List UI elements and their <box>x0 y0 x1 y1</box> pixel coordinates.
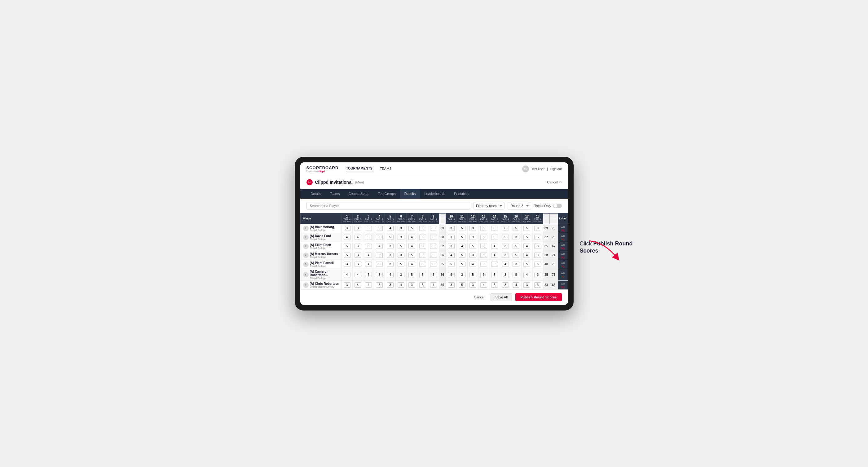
score-hole-8[interactable] <box>417 251 428 260</box>
score-hole-18[interactable] <box>532 251 543 260</box>
score-input[interactable] <box>448 261 455 267</box>
score-hole-14[interactable] <box>489 260 500 269</box>
score-hole-15[interactable] <box>500 260 511 269</box>
score-hole-17[interactable] <box>522 242 532 251</box>
score-input[interactable] <box>491 253 498 258</box>
wd-label[interactable]: WD <box>561 235 565 237</box>
score-input[interactable] <box>376 226 383 231</box>
score-input[interactable] <box>523 272 530 277</box>
score-hole-4[interactable] <box>374 260 385 269</box>
score-input[interactable] <box>408 253 415 258</box>
score-hole-16[interactable] <box>511 280 522 289</box>
score-input[interactable] <box>430 272 437 277</box>
score-input[interactable] <box>534 261 541 267</box>
score-input[interactable] <box>419 244 426 249</box>
dq-label[interactable]: DQ <box>561 265 565 268</box>
score-input[interactable] <box>480 272 487 277</box>
score-input[interactable] <box>480 253 487 258</box>
dq-label[interactable]: DQ <box>561 275 565 278</box>
score-input[interactable] <box>534 235 541 240</box>
score-hole-6[interactable] <box>396 224 407 233</box>
score-input[interactable] <box>430 282 437 287</box>
score-hole-5[interactable] <box>385 224 396 233</box>
score-hole-14[interactable] <box>489 280 500 289</box>
score-input[interactable] <box>419 235 426 240</box>
score-input[interactable] <box>469 244 476 249</box>
score-input[interactable] <box>534 244 541 249</box>
score-hole-16[interactable] <box>511 224 522 233</box>
score-hole-15[interactable] <box>500 224 511 233</box>
wd-label[interactable]: WD <box>561 244 565 246</box>
wd-label[interactable]: WD <box>561 261 565 264</box>
score-input[interactable] <box>502 226 509 231</box>
wd-label[interactable]: WD <box>561 226 565 228</box>
score-input[interactable] <box>480 244 487 249</box>
score-hole-18[interactable] <box>532 224 543 233</box>
score-input[interactable] <box>534 226 541 231</box>
score-input[interactable] <box>376 261 383 267</box>
score-input[interactable] <box>376 244 383 249</box>
score-input[interactable] <box>513 235 519 240</box>
score-input[interactable] <box>448 272 455 277</box>
score-input[interactable] <box>354 235 361 240</box>
score-input[interactable] <box>365 226 372 231</box>
score-hole-1[interactable] <box>341 251 352 260</box>
score-input[interactable] <box>480 261 487 267</box>
tab-course-setup[interactable]: Course Setup <box>344 189 374 199</box>
score-hole-4[interactable] <box>374 251 385 260</box>
score-input[interactable] <box>491 226 498 231</box>
score-hole-3[interactable] <box>363 242 374 251</box>
score-hole-4[interactable] <box>374 269 385 280</box>
score-hole-7[interactable] <box>407 260 417 269</box>
score-input[interactable] <box>430 244 437 249</box>
score-input[interactable] <box>502 261 509 267</box>
tab-details[interactable]: Details <box>307 189 326 199</box>
score-hole-16[interactable] <box>511 269 522 280</box>
score-hole-2[interactable] <box>352 280 363 289</box>
score-input[interactable] <box>469 261 476 267</box>
score-input[interactable] <box>344 235 350 240</box>
score-hole-6[interactable] <box>396 280 407 289</box>
score-hole-2[interactable] <box>352 224 363 233</box>
score-hole-9[interactable] <box>428 269 439 280</box>
score-input[interactable] <box>513 261 519 267</box>
score-input[interactable] <box>365 244 372 249</box>
score-hole-6[interactable] <box>396 269 407 280</box>
score-hole-11[interactable] <box>457 242 468 251</box>
score-input[interactable] <box>502 282 509 287</box>
score-input[interactable] <box>502 272 509 277</box>
score-hole-18[interactable] <box>532 233 543 242</box>
round-dropdown[interactable]: Round 3 <box>507 202 531 210</box>
score-input[interactable] <box>398 253 404 258</box>
score-input[interactable] <box>459 282 465 287</box>
score-hole-7[interactable] <box>407 224 417 233</box>
cancel-button[interactable]: Cancel <box>471 293 488 301</box>
score-input[interactable] <box>513 253 519 258</box>
score-hole-5[interactable] <box>385 269 396 280</box>
cancel-tournament-button[interactable]: Cancel ✕ <box>547 180 561 184</box>
score-input[interactable] <box>354 244 361 249</box>
score-input[interactable] <box>419 272 426 277</box>
score-input[interactable] <box>398 282 404 287</box>
score-hole-17[interactable] <box>522 280 532 289</box>
score-input[interactable] <box>523 226 530 231</box>
score-input[interactable] <box>408 235 415 240</box>
score-hole-16[interactable] <box>511 242 522 251</box>
score-input[interactable] <box>398 261 404 267</box>
score-hole-1[interactable] <box>341 233 352 242</box>
score-input[interactable] <box>480 282 487 287</box>
score-input[interactable] <box>344 244 350 249</box>
score-hole-6[interactable] <box>396 242 407 251</box>
score-input[interactable] <box>398 235 404 240</box>
score-input[interactable] <box>344 282 350 287</box>
score-input[interactable] <box>491 244 498 249</box>
score-input[interactable] <box>365 282 372 287</box>
score-input[interactable] <box>448 244 455 249</box>
score-hole-17[interactable] <box>522 269 532 280</box>
score-input[interactable] <box>419 282 426 287</box>
score-hole-3[interactable] <box>363 224 374 233</box>
score-hole-7[interactable] <box>407 233 417 242</box>
wd-label[interactable]: WD <box>561 272 565 275</box>
score-input[interactable] <box>469 253 476 258</box>
score-hole-17[interactable] <box>522 233 532 242</box>
